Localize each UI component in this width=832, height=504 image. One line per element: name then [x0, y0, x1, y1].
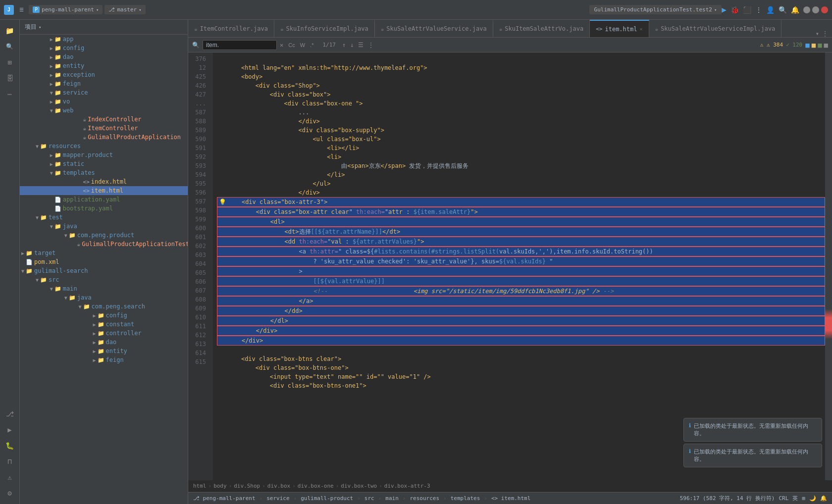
tree-item-entity[interactable]: ▶📁entity	[20, 347, 188, 355]
tree-file-icon: 📁	[26, 250, 33, 256]
search-prev-icon[interactable]: ↑	[341, 41, 347, 50]
minimize-button[interactable]	[803, 6, 810, 13]
breadcrumb-part-0[interactable]: html	[193, 483, 207, 489]
more-actions[interactable]: ⋮	[755, 6, 762, 14]
tree-item-controller[interactable]: ▶📁controller	[20, 329, 188, 338]
tree-item-IndexController[interactable]: ☕IndexController	[20, 115, 188, 124]
breadcrumb-part-5[interactable]: div.box-two	[341, 483, 377, 489]
tree-item-web[interactable]: ▼📁web	[20, 106, 188, 115]
tab-SkuInfoServiceImpl[interactable]: ☕SkuInfoServiceImpl.java	[274, 20, 375, 37]
tree-item-config[interactable]: ▶📁config	[20, 311, 188, 320]
tab-SkuItemSaleAttrVo[interactable]: ☕SkuItemSaleAttrVo.java	[493, 20, 590, 37]
tree-indent	[20, 116, 77, 123]
git-status[interactable]: ⎇ peng-mall-parent	[193, 495, 256, 502]
run-configuration[interactable]: GulimallProductApplicationTest.test2 ▾	[589, 5, 722, 14]
search-filter-icon[interactable]: ☰	[357, 41, 365, 50]
breadcrumb-part-4[interactable]: div.box-one	[298, 483, 334, 489]
search-clear-icon[interactable]: ✕	[280, 42, 283, 49]
status-service[interactable]: service	[266, 495, 289, 502]
hamburger-menu[interactable]: ☰	[18, 6, 25, 13]
run-button[interactable]: ▶	[722, 5, 727, 14]
tree-item-GulimallProductApplicationTest[interactable]: ☕GulimallProductApplicationTest	[20, 240, 188, 249]
tree-item-main[interactable]: ▼📁main	[20, 284, 188, 293]
tree-item-com-peng-product[interactable]: ▼📁com.peng.product	[20, 231, 188, 240]
project-selector[interactable]: P peng-mall-parent ▾	[29, 5, 103, 14]
menu-icon[interactable]: ☰	[18, 6, 25, 13]
tree-item-bootstrap-yaml[interactable]: 📄bootstrap.yaml	[20, 204, 188, 213]
search-more-icon[interactable]: ⋮	[366, 41, 375, 50]
tree-item-mapper-product[interactable]: ▶📁mapper.product	[20, 151, 188, 159]
breadcrumb-part-1[interactable]: body	[213, 483, 227, 489]
search-everywhere-icon[interactable]: 🔍	[779, 6, 787, 14]
tree-item-src[interactable]: ▼📁src	[20, 275, 188, 284]
tree-item-pom-xml[interactable]: 📄pom.xml	[20, 257, 188, 266]
tree-item-resources[interactable]: ▼📁resources	[20, 142, 188, 151]
tree-item-constant[interactable]: ▶📁constant	[20, 320, 188, 329]
tree-item-application-yaml[interactable]: 📄application.yaml	[20, 195, 188, 204]
tree-item-ItemController[interactable]: ☕ItemController	[20, 124, 188, 133]
tab-close-item[interactable]: ✕	[639, 26, 642, 32]
maximize-button[interactable]	[812, 6, 819, 13]
regex-button[interactable]: .*	[308, 41, 315, 49]
debug-icon[interactable]: 🐛	[3, 439, 17, 453]
tree-item-feign[interactable]: ▶📁feign	[20, 79, 188, 88]
settings-icon[interactable]: ⚙	[3, 486, 17, 500]
notifications-icon[interactable]: 🔔	[791, 6, 799, 14]
run-coverage-button[interactable]: ⬛	[743, 6, 751, 14]
tree-item-test[interactable]: ▼📁test	[20, 213, 188, 222]
breadcrumb-part-3[interactable]: div.box	[267, 483, 290, 489]
find-icon[interactable]: 🔍	[3, 40, 17, 53]
search-next-icon[interactable]: ↓	[349, 41, 355, 50]
tab-more-icon[interactable]: ⋮	[822, 30, 828, 37]
breadcrumb-part-6[interactable]: div.box-attr-3	[384, 483, 430, 489]
tree-item-entity[interactable]: ▶📁entity	[20, 61, 188, 70]
tree-item-feign[interactable]: ▶📁feign	[20, 355, 188, 364]
status-product[interactable]: gulimall-product	[301, 495, 353, 502]
search-input[interactable]	[203, 40, 277, 50]
debug-button[interactable]: 🐞	[730, 6, 739, 14]
code-area[interactable]: <html lang="en" xmlns:th="http://www.thy…	[213, 52, 825, 480]
database-icon[interactable]: 🗄	[3, 71, 17, 85]
profile-icon[interactable]: 👤	[766, 6, 775, 14]
file-tree[interactable]: ▶📁app ▶📁config ▶📁dao ▶📁entity ▶📁exceptio…	[20, 35, 188, 504]
tree-item-config[interactable]: ▶📁config	[20, 44, 188, 52]
tree-item-gulimall-search[interactable]: ▼📁gulimall-search	[20, 266, 188, 275]
tree-item-item-html[interactable]: <>item.html	[20, 186, 188, 195]
tree-item-templates[interactable]: ▼📁templates	[20, 168, 188, 177]
tree-indent	[20, 178, 77, 185]
tab-SkuSaleAttrValueService[interactable]: ☕SkuSaleAttrValueService.java	[375, 20, 493, 37]
tree-item-GulimallProductApplication[interactable]: ☕GulimallProductApplication	[20, 133, 188, 142]
tab-dropdown-icon[interactable]: ▾	[816, 30, 819, 37]
breadcrumb-part-2[interactable]: div.Shop	[234, 483, 260, 489]
structure-icon[interactable]: ⊞	[3, 55, 17, 69]
tree-item-exception[interactable]: ▶📁exception	[20, 70, 188, 79]
more-tools-icon[interactable]: ⋯	[3, 87, 17, 101]
tab-ItemController[interactable]: ☕ItemController.java	[188, 20, 274, 37]
project-tree-icon[interactable]: 📁	[3, 24, 17, 38]
tab-SkuSaleAttrValueServiceImpl[interactable]: ☕SkuSaleAttrValueServiceImpl.java	[649, 20, 782, 37]
tree-item-index-html[interactable]: <>index.html	[20, 177, 188, 186]
run-icon[interactable]: ▶	[3, 423, 17, 437]
tab-item[interactable]: <>item.html✕	[590, 20, 649, 37]
branch-selector[interactable]: ⎇ master ▾	[104, 5, 145, 14]
tree-item-target[interactable]: ▶📁target	[20, 249, 188, 257]
tree-item-vo[interactable]: ▶📁vo	[20, 97, 188, 106]
tree-item-java[interactable]: ▼📁java	[20, 293, 188, 302]
notification-bell[interactable]: 🔔	[820, 495, 827, 502]
scroll-indicators[interactable]	[825, 52, 832, 480]
tree-item-dao[interactable]: ▶📁dao	[20, 338, 188, 347]
tree-item-service[interactable]: ▼📁service	[20, 88, 188, 97]
tree-item-com-peng-search[interactable]: ▼📁com.peng.search	[20, 302, 188, 311]
tree-item-static[interactable]: ▶📁static	[20, 159, 188, 168]
terminal-icon[interactable]: ⊓	[3, 454, 17, 468]
bulb-icon[interactable]: 💡	[219, 198, 226, 206]
problems-icon[interactable]: ⚠	[3, 470, 17, 484]
git-icon[interactable]: ⎇	[3, 407, 17, 421]
close-button[interactable]	[821, 6, 828, 13]
case-sensitive-button[interactable]: Cc	[286, 41, 297, 49]
tree-item-app[interactable]: ▶📁app	[20, 35, 188, 44]
tree-item-dao[interactable]: ▶📁dao	[20, 52, 188, 61]
language-indicator[interactable]: 英	[792, 495, 798, 502]
whole-word-button[interactable]: W	[298, 41, 307, 49]
tree-item-java[interactable]: ▼📁java	[20, 222, 188, 231]
